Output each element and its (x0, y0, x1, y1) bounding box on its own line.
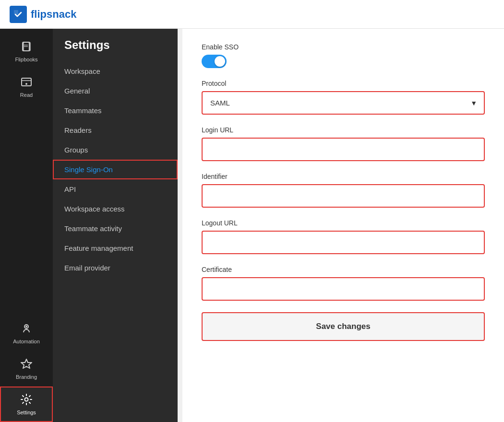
svg-point-10 (25, 326, 27, 328)
menu-item-readers[interactable]: Readers (53, 120, 178, 140)
logo-link[interactable]: flipsnack (10, 6, 76, 23)
nav-settings-label: Settings (17, 410, 36, 415)
logout-url-label: Logout URL (202, 219, 485, 227)
nav-item-read[interactable]: Read (0, 69, 53, 105)
protocol-label: Protocol (202, 80, 485, 87)
logo-text: flipsnack (31, 8, 76, 21)
nav-item-flipbooks[interactable]: Flipbooks (0, 34, 53, 69)
logout-url-group: Logout URL (202, 219, 485, 254)
sso-settings-content: Enable SSO Protocol SAML OIDC ▼ Login UR… (182, 29, 504, 422)
protocol-group: Protocol SAML OIDC ▼ (202, 80, 485, 115)
menu-item-general[interactable]: General (53, 81, 178, 101)
protocol-select[interactable]: SAML OIDC (202, 91, 485, 115)
menu-item-feature-management[interactable]: Feature management (53, 238, 178, 258)
menu-item-sso[interactable]: Single Sign-On (53, 160, 178, 179)
main-layout: Flipbooks Read Automation (0, 29, 504, 422)
nav-read-label: Read (20, 92, 33, 98)
menu-item-groups[interactable]: Groups (53, 140, 178, 160)
identifier-label: Identifier (202, 173, 485, 180)
app-header: flipsnack (0, 0, 504, 29)
menu-item-workspace-access[interactable]: Workspace access (53, 199, 178, 219)
settings-icon (20, 393, 33, 408)
nav-automation-label: Automation (13, 339, 40, 344)
nav-branding-label: Branding (16, 374, 37, 380)
enable-sso-group: Enable SSO (202, 43, 485, 68)
enable-sso-label: Enable SSO (202, 43, 485, 51)
read-icon (20, 76, 33, 90)
logo-icon (10, 6, 27, 23)
nav-item-automation[interactable]: Automation (0, 316, 53, 351)
svg-marker-11 (21, 359, 32, 368)
menu-item-api[interactable]: API (53, 179, 178, 199)
flipbooks-icon (20, 40, 33, 55)
identifier-input[interactable] (202, 184, 485, 208)
protocol-select-wrapper: SAML OIDC ▼ (202, 91, 485, 115)
svg-point-12 (25, 398, 28, 401)
menu-item-email-provider[interactable]: Email provider (53, 258, 178, 278)
nav-flipbooks-label: Flipbooks (15, 57, 37, 62)
settings-title: Settings (53, 38, 178, 61)
sso-toggle[interactable] (202, 55, 227, 68)
login-url-input[interactable] (202, 138, 485, 161)
icon-nav: Flipbooks Read Automation (0, 29, 53, 422)
login-url-label: Login URL (202, 126, 485, 134)
identifier-group: Identifier (202, 173, 485, 208)
menu-item-teammates[interactable]: Teammates (53, 101, 178, 120)
content-divider (178, 29, 182, 422)
nav-item-branding[interactable]: Branding (0, 351, 53, 387)
svg-rect-1 (14, 10, 18, 14)
branding-icon (20, 358, 33, 372)
certificate-group: Certificate (202, 266, 485, 301)
login-url-group: Login URL (202, 126, 485, 161)
certificate-label: Certificate (202, 266, 485, 273)
automation-icon (20, 322, 33, 337)
logout-url-input[interactable] (202, 231, 485, 254)
settings-sidebar: Settings Workspace General Teammates Rea… (53, 29, 178, 422)
save-changes-button[interactable]: Save changes (202, 312, 485, 341)
svg-point-8 (25, 83, 27, 85)
certificate-input[interactable] (202, 277, 485, 301)
menu-item-teammate-activity[interactable]: Teammate activity (53, 219, 178, 238)
menu-item-workspace[interactable]: Workspace (53, 61, 178, 81)
nav-item-settings[interactable]: Settings (0, 387, 53, 422)
